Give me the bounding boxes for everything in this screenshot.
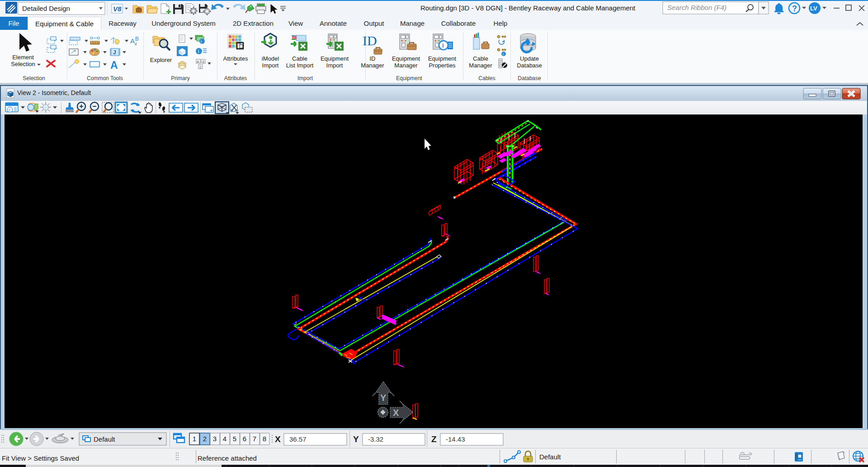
- svg-text:B: B: [135, 36, 139, 42]
- svg-text:5: 5: [233, 435, 236, 443]
- svg-text:V8: V8: [113, 5, 122, 13]
- svg-text:LV: LV: [810, 5, 817, 12]
- svg-text:Search Ribbon (F4): Search Ribbon (F4): [667, 4, 726, 11]
- svg-text:A: A: [197, 60, 199, 64]
- svg-text:Z: Z: [431, 434, 437, 444]
- svg-text:-3.32: -3.32: [368, 435, 383, 443]
- svg-text:6: 6: [243, 435, 246, 443]
- svg-text:A: A: [110, 59, 118, 71]
- svg-text:i: i: [442, 42, 444, 49]
- svg-text:7: 7: [253, 435, 256, 443]
- svg-text:S: S: [202, 60, 204, 64]
- svg-text:8: 8: [263, 435, 266, 443]
- svg-text:3: 3: [213, 435, 217, 443]
- svg-text:i: i: [201, 39, 202, 44]
- svg-text:Default: Default: [539, 453, 561, 461]
- svg-text:Default: Default: [94, 435, 115, 443]
- svg-text:Detailed Design: Detailed Design: [22, 5, 70, 12]
- svg-text:Y: Y: [353, 434, 359, 444]
- svg-text:i: i: [9, 108, 10, 112]
- svg-text:Y: Y: [380, 393, 387, 403]
- svg-text:X: X: [275, 434, 281, 444]
- svg-text:A: A: [130, 37, 135, 45]
- svg-text:?: ?: [792, 4, 797, 13]
- svg-text:ID: ID: [363, 33, 377, 48]
- svg-text:2: 2: [203, 435, 207, 443]
- svg-text:J: J: [113, 49, 116, 56]
- svg-text:1: 1: [193, 435, 196, 443]
- svg-text:36.57: 36.57: [289, 435, 307, 443]
- svg-text:X: X: [393, 408, 399, 418]
- svg-text:2: 2: [199, 65, 202, 69]
- svg-text:-14.43: -14.43: [446, 435, 465, 443]
- svg-text:i: i: [198, 49, 199, 54]
- svg-text:4: 4: [223, 435, 226, 443]
